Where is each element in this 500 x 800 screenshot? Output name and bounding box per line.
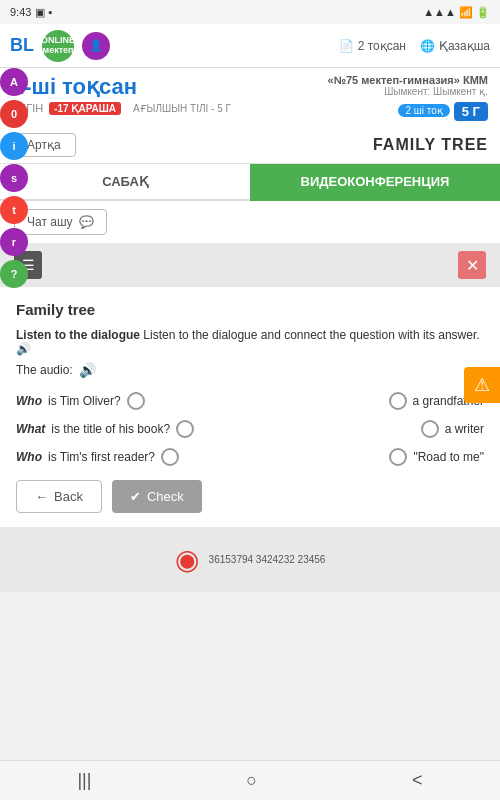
qr-numbers: 36153794 3424232 23456 <box>209 553 326 567</box>
warning-fab[interactable]: ⚠ <box>464 367 500 403</box>
match-question-3: Who is Tim's first reader? <box>16 448 250 466</box>
match-question-1: Who is Tim Oliver? <box>16 392 250 410</box>
radio-left-3[interactable] <box>161 448 179 466</box>
table-row: What is the title of his book? a writer <box>16 420 484 438</box>
grade-badge: 5 Г <box>454 102 488 121</box>
sidebar-icon-3[interactable]: i <box>0 132 28 160</box>
sidebar-icon-2[interactable]: 0 <box>0 100 28 128</box>
action-row: ← Back ✔ Check <box>16 480 484 513</box>
exercise-instruction: Listen to the dialogue Listen to the dia… <box>16 328 484 356</box>
qr-area: ◉ 36153794 3424232 23456 <box>175 543 326 576</box>
check-icon: ✔ <box>130 489 141 504</box>
header-left: 2-ші тоқсан БҮГІН -17 ҚАРАША АҒЫЛШЫН ТІЛ… <box>12 74 231 115</box>
sidebar-icon-1[interactable]: A <box>0 68 28 96</box>
top-nav: BL ONLINE мектеп 👤 📄 2 тоқсан 🌐 Қазақша <box>0 24 500 68</box>
sidebar-icon-6[interactable]: r <box>0 228 28 256</box>
back-arrow-icon: ← <box>35 489 48 504</box>
tab-sabach[interactable]: САБАҚ <box>0 164 250 201</box>
lower-section: ◉ 36153794 3424232 23456 <box>0 527 500 592</box>
top-nav-right: 📄 2 тоқсан 🌐 Қазақша <box>339 39 490 53</box>
audio-play-icon[interactable]: 🔊 <box>79 362 96 378</box>
matching-table: Who is Tim Oliver? a grandfather What is… <box>16 392 484 466</box>
status-bar: 9:43 ▣ ▪ ▲▲▲ 📶 🔋 <box>0 0 500 24</box>
match-question-2: What is the title of his book? <box>16 420 250 438</box>
match-answer-1: a grandfather <box>250 392 484 410</box>
top-nav-left: BL ONLINE мектеп 👤 <box>10 30 110 62</box>
subject-label: АҒЫЛШЫН ТІЛІ - 5 Г <box>133 103 231 114</box>
chat-icon: 💬 <box>79 215 94 229</box>
sidebar-icon-5[interactable]: t <box>0 196 28 224</box>
school-city: Шымкент: Шымкент қ. <box>328 86 488 97</box>
qr-icon: ◉ <box>175 543 199 576</box>
bottom-nav: ||| ○ < <box>0 760 500 800</box>
radio-left-2[interactable] <box>176 420 194 438</box>
sidebar-icon-4[interactable]: s <box>0 164 28 192</box>
header-right: «№75 мектеп-гимназия» КММ Шымкент: Шымке… <box>328 74 488 121</box>
left-sidebar: A 0 i s t r ? <box>0 68 28 290</box>
content-area: ☰ ✕ Family tree Listen to the dialogue L… <box>0 243 500 527</box>
tab-videokonf[interactable]: ВИДЕОКОНФЕРЕНЦИЯ <box>250 164 500 201</box>
user-avatar: 👤 <box>82 32 110 60</box>
bl-logo: BL <box>10 35 34 56</box>
chat-label: Чат ашу <box>27 215 73 229</box>
status-time: 9:43 ▣ ▪ <box>10 6 52 19</box>
check-button[interactable]: ✔ Check <box>112 480 202 513</box>
school-name: «№75 мектеп-гимназия» КММ <box>328 74 488 86</box>
sessions-nav[interactable]: 📄 2 тоқсан <box>339 39 406 53</box>
toolbar: Артқа FAMILY TREE <box>0 127 500 164</box>
nav-home[interactable]: ○ <box>246 770 257 791</box>
exercise-back-button[interactable]: ← Back <box>16 480 102 513</box>
session-badge: 2 ші тоқ <box>398 104 449 117</box>
header-section: 2-ші тоқсан БҮГІН -17 ҚАРАША АҒЫЛШЫН ТІЛ… <box>0 68 500 127</box>
chat-row: Чат ашу 💬 <box>0 201 500 243</box>
nav-back[interactable]: < <box>412 770 423 791</box>
language-nav[interactable]: 🌐 Қазақша <box>420 39 490 53</box>
close-button[interactable]: ✕ <box>458 251 486 279</box>
online-school-logo: ONLINE мектеп <box>42 30 74 62</box>
status-icons: ▣ ▪ <box>35 6 52 19</box>
exercise-title: Family tree <box>16 301 484 318</box>
page-title: FAMILY TREE <box>373 136 488 154</box>
tab-bar: САБАҚ ВИДЕОКОНФЕРЕНЦИЯ <box>0 164 500 201</box>
card-body: Family tree Listen to the dialogue Liste… <box>0 287 500 527</box>
time-display: 9:43 <box>10 6 31 18</box>
today-bar: БҮГІН -17 ҚАРАША АҒЫЛШЫН ТІЛІ - 5 Г <box>12 102 231 115</box>
match-answer-3: "Road to me" <box>250 448 484 466</box>
status-right-icons: ▲▲▲ 📶 🔋 <box>423 6 490 19</box>
date-badge: -17 ҚАРАША <box>49 102 121 115</box>
match-answer-2: a writer <box>250 420 484 438</box>
table-row: Who is Tim's first reader? "Road to me" <box>16 448 484 466</box>
radio-right-3[interactable] <box>389 448 407 466</box>
radio-left-1[interactable] <box>127 392 145 410</box>
quarter-title: 2-ші тоқсан <box>12 74 231 100</box>
radio-right-1[interactable] <box>389 392 407 410</box>
audio-line: The audio: 🔊 <box>16 362 484 378</box>
table-row: Who is Tim Oliver? a grandfather <box>16 392 484 410</box>
radio-right-2[interactable] <box>421 420 439 438</box>
card-header: ☰ ✕ <box>0 243 500 287</box>
nav-recent-apps[interactable]: ||| <box>77 770 91 791</box>
audio-label: The audio: <box>16 363 73 377</box>
sidebar-icon-7[interactable]: ? <box>0 260 28 288</box>
